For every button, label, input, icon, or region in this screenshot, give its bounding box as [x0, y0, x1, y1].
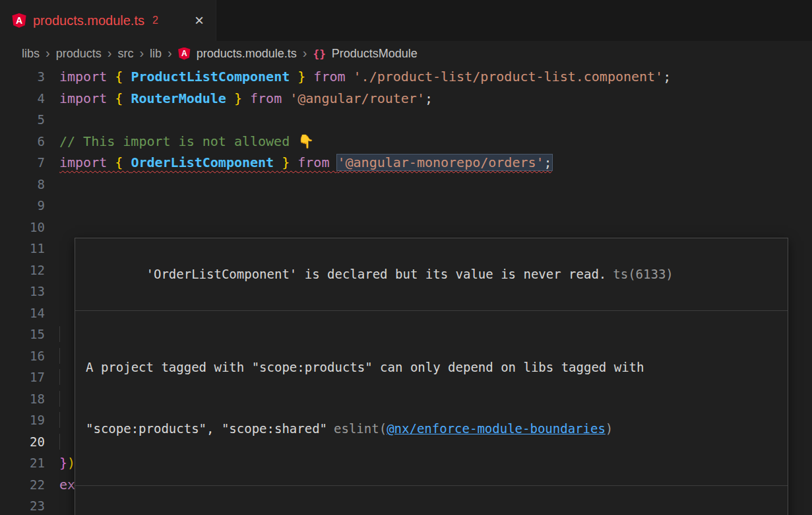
nx-rule-link[interactable]: @nx/enforce-module-boundaries	[387, 421, 606, 436]
tab-title: products.module.ts	[33, 13, 144, 28]
eslint-message-line1: A project tagged with "scope:products" c…	[86, 357, 777, 378]
line-number[interactable]: 5	[0, 109, 59, 131]
eslint-diagnostic: A project tagged with "scope:products" c…	[75, 310, 788, 485]
code-line[interactable]: 3import { ProductListComponent } from '.…	[0, 66, 812, 88]
line-number[interactable]: 15	[0, 324, 59, 345]
chevron-right-icon: ›	[303, 46, 307, 61]
hover-widget: 'OrderListComponent' is declared but its…	[75, 238, 788, 515]
line-number[interactable]: 10	[0, 217, 59, 238]
line-number[interactable]: 16	[0, 345, 59, 367]
code-line[interactable]: 8	[0, 174, 812, 195]
breadcrumb-item-products[interactable]: products	[56, 47, 102, 61]
code-line[interactable]: 4import { RouterModule } from '@angular/…	[0, 88, 812, 110]
line-number[interactable]: 14	[0, 302, 59, 324]
tab-close-icon[interactable]: ×	[195, 13, 204, 28]
code-line[interactable]: 10	[0, 217, 812, 238]
code-line[interactable]: 5	[0, 109, 812, 131]
line-number[interactable]: 8	[0, 174, 59, 195]
breadcrumb-item-src[interactable]: src	[117, 47, 133, 61]
line-number[interactable]: 21	[0, 452, 59, 474]
breadcrumb: libs › products › src › lib › A products…	[0, 41, 812, 66]
chevron-right-icon: ›	[168, 46, 172, 61]
breadcrumb-item-lib[interactable]: lib	[150, 47, 162, 61]
line-number[interactable]: 13	[0, 281, 59, 302]
code-line[interactable]: 9	[0, 195, 812, 217]
module-info: module "/Users/isaac/Documents/code/nx-r…	[75, 485, 788, 515]
code-text[interactable]: import { OrderListComponent } from '@ang…	[59, 152, 552, 174]
ts-diagnostic-source: ts(6133)	[613, 267, 673, 281]
line-number[interactable]: 17	[0, 366, 59, 388]
code-text[interactable]: // This import is not allowed 👇	[59, 131, 314, 153]
angular-file-icon: A	[12, 13, 26, 28]
line-number[interactable]: 7	[0, 152, 59, 174]
error-squiggle: import { OrderListComponent } from '@ang…	[59, 154, 552, 170]
ts-diagnostic: 'OrderListComponent' is declared but its…	[75, 238, 788, 310]
line-number[interactable]: 19	[0, 409, 59, 431]
code-text[interactable]: import { ProductListComponent } from './…	[59, 66, 671, 88]
eslint-source-open: eslint(	[334, 421, 387, 436]
code-text[interactable]: })	[59, 452, 75, 474]
line-number[interactable]: 11	[0, 238, 59, 259]
vscode-window: A products.module.ts 2 × libs › products…	[0, 0, 812, 515]
editor[interactable]: 3import { ProductListComponent } from '.…	[0, 66, 812, 515]
chevron-right-icon: ›	[108, 46, 112, 61]
angular-file-icon: A	[178, 48, 191, 60]
line-number[interactable]: 6	[0, 131, 59, 153]
line-number[interactable]: 9	[0, 195, 59, 217]
breadcrumb-item-libs[interactable]: libs	[22, 47, 40, 61]
eslint-source-close: )	[606, 421, 613, 436]
line-number[interactable]: 3	[0, 66, 59, 88]
module-symbol-icon: {}	[313, 48, 326, 60]
code-line[interactable]: 6// This import is not allowed 👇	[0, 131, 812, 153]
chevron-right-icon: ›	[139, 46, 144, 61]
breadcrumb-item-file[interactable]: products.module.ts	[197, 47, 297, 61]
breadcrumb-item-symbol[interactable]: ProductsModule	[332, 47, 418, 61]
ts-diagnostic-message: 'OrderListComponent' is declared but its…	[146, 267, 607, 281]
line-number[interactable]: 20	[0, 431, 59, 453]
line-number[interactable]: 4	[0, 88, 59, 110]
line-number[interactable]: 12	[0, 259, 59, 281]
line-number[interactable]: 18	[0, 388, 59, 410]
tab-bar: A products.module.ts 2 ×	[0, 0, 812, 41]
editor-tab[interactable]: A products.module.ts 2 ×	[0, 0, 216, 41]
code-text[interactable]: import { RouterModule } from '@angular/r…	[59, 88, 433, 110]
code-line[interactable]: 7import { OrderListComponent } from '@an…	[0, 152, 812, 174]
chevron-right-icon: ›	[46, 46, 50, 61]
line-number[interactable]: 22	[0, 474, 59, 496]
tab-problem-count: 2	[152, 15, 158, 26]
line-number[interactable]: 23	[0, 495, 59, 515]
eslint-message-line2: "scope:products", "scope:shared"eslint(@…	[86, 419, 777, 439]
word-highlight: '@angular-monorepo/orders';	[337, 154, 551, 170]
